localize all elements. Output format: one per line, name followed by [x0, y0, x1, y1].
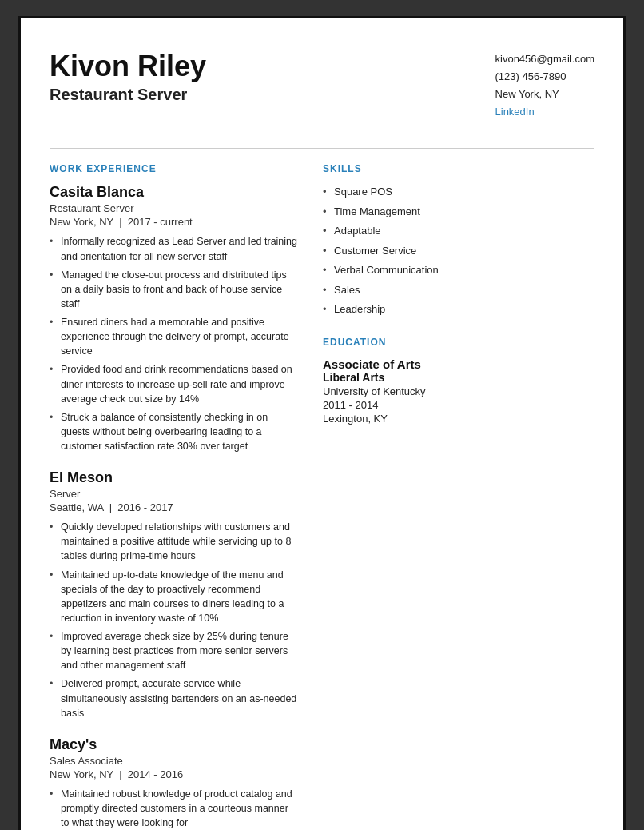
job2-role: Server [50, 488, 297, 500]
edu-degree: Associate of Arts [323, 357, 594, 371]
phone: (123) 456-7890 [495, 68, 594, 86]
job-macys: Macy's Sales Associate New York, NY | 20… [50, 736, 297, 830]
main-content: WORK EXPERIENCE Casita Blanca Restaurant… [50, 163, 594, 830]
header-section: Kivon Riley Restaurant Server kivon456@g… [50, 50, 594, 121]
skills-list: Square POS Time Management Adaptable Cus… [323, 184, 594, 317]
job3-role: Sales Associate [50, 755, 297, 767]
header-left: Kivon Riley Restaurant Server [50, 50, 206, 104]
linkedin-anchor[interactable]: LinkedIn [495, 106, 535, 118]
work-experience-title: WORK EXPERIENCE [50, 163, 297, 174]
job1-bullets: Informally recognized as Lead Server and… [50, 234, 297, 453]
job-el-meson: El Meson Server Seattle, WA | 2016 - 201… [50, 469, 297, 720]
list-item: Adaptable [323, 223, 594, 239]
education-title: EDUCATION [323, 337, 594, 348]
edu-field: Liberal Arts [323, 371, 594, 384]
candidate-title: Restaurant Server [50, 86, 206, 104]
list-item: Improved average check size by 25% durin… [50, 629, 297, 672]
edu-school: University of Kentucky [323, 385, 594, 397]
edu-location: Lexington, KY [323, 413, 594, 425]
job1-role: Restaurant Server [50, 202, 297, 214]
candidate-name: Kivon Riley [50, 50, 206, 82]
list-item: Ensured diners had a memorable and posit… [50, 315, 297, 358]
job-casita-blanca: Casita Blanca Restaurant Server New York… [50, 184, 297, 453]
job2-bullets: Quickly developed relationships with cus… [50, 520, 297, 720]
email: kivon456@gmail.com [495, 50, 594, 68]
job3-bullets: Maintained robust knowledge of product c… [50, 787, 297, 830]
location: New York, NY [495, 86, 594, 103]
list-item: Time Management [323, 204, 594, 220]
skills-title: SKILLS [323, 163, 594, 174]
job3-company: Macy's [50, 736, 297, 753]
list-item: Sales [323, 282, 594, 298]
list-item: Delivered prompt, accurate service while… [50, 676, 297, 720]
list-item: Maintained robust knowledge of product c… [50, 787, 297, 830]
list-item: Verbal Communication [323, 262, 594, 278]
right-column: SKILLS Square POS Time Management Adapta… [323, 163, 594, 830]
list-item: Customer Service [323, 243, 594, 259]
header-divider [50, 148, 594, 149]
edu-years: 2011 - 2014 [323, 399, 594, 411]
job1-company: Casita Blanca [50, 184, 297, 201]
job1-meta: New York, NY | 2017 - current [50, 216, 297, 228]
job2-company: El Meson [50, 469, 297, 486]
linkedin-link[interactable]: LinkedIn [495, 103, 594, 121]
job2-meta: Seattle, WA | 2016 - 2017 [50, 501, 297, 513]
left-column: WORK EXPERIENCE Casita Blanca Restaurant… [50, 163, 297, 830]
list-item: Leadership [323, 301, 594, 317]
job3-meta: New York, NY | 2014 - 2016 [50, 768, 297, 780]
list-item: Struck a balance of consistently checkin… [50, 410, 297, 453]
list-item: Provided food and drink recommendations … [50, 362, 297, 405]
resume-page: Kivon Riley Restaurant Server kivon456@g… [18, 16, 626, 830]
header-right: kivon456@gmail.com (123) 456-7890 New Yo… [495, 50, 594, 121]
list-item: Maintained up-to-date knowledge of the m… [50, 568, 297, 626]
list-item: Square POS [323, 184, 594, 200]
list-item: Managed the close-out process and distri… [50, 268, 297, 311]
list-item: Quickly developed relationships with cus… [50, 520, 297, 563]
list-item: Informally recognized as Lead Server and… [50, 234, 297, 263]
